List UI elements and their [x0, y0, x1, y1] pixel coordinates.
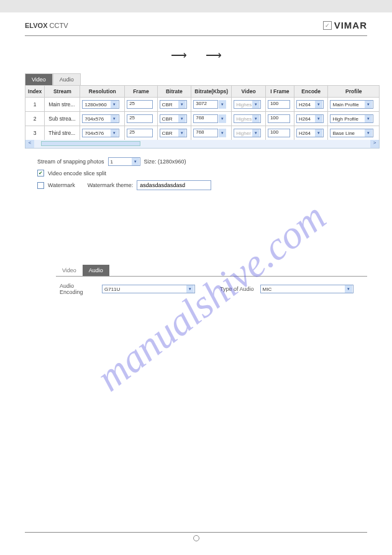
cell-select[interactable]: 704x576▾	[82, 114, 119, 123]
cell-input[interactable]: 25	[127, 129, 153, 137]
cell-input[interactable]: 100	[268, 114, 290, 123]
cell-input[interactable]: 768	[193, 129, 218, 137]
chevron-down-icon: ▾	[111, 129, 118, 137]
cell-select[interactable]: CBR▾	[160, 100, 187, 109]
chevron-down-icon[interactable]: ▾	[219, 129, 226, 137]
cell-select[interactable]: Main Profile▾	[330, 100, 373, 109]
cell-select[interactable]: H264▾	[296, 129, 324, 137]
watermark-theme-input[interactable]	[137, 180, 211, 190]
cell-res: 1280x960▾	[80, 98, 125, 112]
chevron-down-icon: ▾	[365, 115, 372, 122]
audio-encoding-select[interactable]: G711U ▾	[102, 285, 195, 293]
snap-row: Stream of snapping photos 1 ▾ Size: (128…	[37, 157, 377, 166]
cell-video: Highes▾	[232, 98, 266, 112]
cell-iframe: 100	[265, 126, 294, 140]
slice-row: Video encode slice split	[37, 170, 377, 177]
brand-name-right: VIMAR	[334, 20, 367, 30]
page-header: ELVOX CCTV ✓ VIMAR	[0, 12, 392, 35]
video-panel: Video Audio Index Stream Resolution Fram…	[25, 73, 380, 190]
cell-select[interactable]: CBR▾	[160, 129, 187, 137]
audio-type-select[interactable]: MIC ▾	[260, 285, 353, 293]
chevron-down-icon: ▾	[345, 285, 352, 293]
chevron-down-icon: ▾	[132, 158, 139, 165]
cell-input[interactable]: 25	[127, 114, 153, 123]
window-topbar	[0, 0, 392, 12]
cell-iframe: 100	[265, 98, 294, 112]
cell-select[interactable]: 704x576▾	[82, 129, 119, 137]
cell-input[interactable]: 100	[268, 129, 290, 137]
cell-profile: Base Line▾	[328, 126, 380, 140]
cell-bk: 768▾	[191, 126, 232, 140]
cell-res: 704x576▾	[80, 126, 125, 140]
chevron-down-icon: ▾	[178, 115, 186, 122]
cell-profile: High Profile▾	[328, 112, 380, 126]
cell-encode: H264▾	[294, 126, 328, 140]
chevron-down-icon: ▾	[315, 101, 322, 108]
tab-video[interactable]: Video	[25, 73, 53, 85]
col-profile: Profile	[328, 86, 380, 98]
cell-input[interactable]: 3072	[193, 100, 218, 109]
chevron-down-icon: ▾	[365, 101, 372, 108]
watermark-checkbox[interactable]	[37, 182, 44, 189]
chevron-down-icon: ▾	[315, 129, 322, 137]
cell-bitrate: CBR▾	[157, 112, 191, 126]
table-row: 1Main stre...1280x960▾25CBR▾3072▾Highes▾…	[25, 98, 380, 112]
table-row: 2Sub strea...704x576▾25CBR▾768▾Highes▾10…	[25, 112, 380, 126]
cell-input[interactable]: 100	[268, 100, 290, 109]
cell-select[interactable]: Base Line▾	[330, 129, 373, 137]
cell-input[interactable]: 25	[127, 100, 153, 109]
page-number-circle-icon	[193, 535, 199, 541]
chevron-down-icon: ▾	[186, 285, 194, 293]
table-row: 3Third stre...704x576▾25CBR▾768▾Higher▾1…	[25, 126, 380, 140]
tab-audio-2[interactable]: Audio	[83, 265, 109, 276]
cell-index: 1	[25, 98, 45, 112]
cell-select[interactable]: 1280x960▾	[82, 100, 119, 109]
options-block: Stream of snapping photos 1 ▾ Size: (128…	[37, 157, 377, 190]
cell-select[interactable]: CBR▾	[160, 114, 187, 123]
col-bitrate-kbps: Bitrate(Kbps)	[191, 86, 232, 98]
page-footer	[25, 532, 367, 543]
chevron-down-icon: ▾	[252, 115, 260, 122]
scroll-right-icon[interactable]: >	[370, 140, 379, 148]
header-right: ✓ VIMAR	[323, 20, 367, 30]
scroll-track[interactable]	[34, 140, 370, 148]
scroll-left-icon[interactable]: <	[25, 140, 34, 148]
tab-video-2[interactable]: Video	[56, 265, 83, 276]
scroll-thumb[interactable]	[41, 141, 140, 146]
chevron-down-icon: ▾	[252, 101, 260, 108]
watermark-label: Watermark	[48, 182, 75, 188]
chevron-down-icon: ▾	[178, 101, 186, 108]
cell-stream: Main stre...	[45, 98, 80, 112]
cell-select[interactable]: Highes▾	[234, 114, 261, 123]
cell-encode: H264▾	[294, 112, 328, 126]
arrow-right-icon: ⟶	[206, 48, 222, 62]
col-bitrate: Bitrate	[157, 86, 191, 98]
snap-select[interactable]: 1 ▾	[108, 157, 140, 166]
cell-bk: 3072▾	[191, 98, 232, 112]
cell-frame: 25	[125, 98, 157, 112]
cell-video: Highes▾	[232, 112, 266, 126]
chevron-down-icon[interactable]: ▾	[219, 114, 226, 123]
slice-checkbox[interactable]	[37, 170, 44, 177]
cell-index: 2	[25, 112, 45, 126]
cell-bitrate: CBR▾	[157, 126, 191, 140]
cell-select[interactable]: H264▾	[296, 100, 324, 109]
cell-stream: Sub strea...	[45, 112, 80, 126]
cell-select[interactable]: Higher▾	[234, 129, 261, 137]
brand-prefix: ELVOX	[25, 22, 47, 29]
chevron-down-icon[interactable]: ▾	[219, 100, 226, 109]
cell-select[interactable]: H264▾	[296, 114, 324, 123]
horizontal-scrollbar[interactable]: < >	[25, 140, 380, 149]
chevron-down-icon: ▾	[315, 115, 322, 122]
slice-label: Video encode slice split	[48, 170, 106, 177]
cell-select[interactable]: High Profile▾	[330, 114, 373, 123]
tab-audio[interactable]: Audio	[53, 73, 81, 85]
cell-input[interactable]: 768	[193, 114, 218, 123]
col-index: Index	[25, 86, 45, 98]
audio-tabs: Video Audio	[56, 265, 367, 277]
col-frame: Frame	[125, 86, 157, 98]
cell-select[interactable]: Highes▾	[234, 100, 261, 109]
header-divider	[25, 35, 367, 36]
arrow-right-icon: ⟶	[171, 48, 187, 62]
audio-type-value: MIC	[263, 287, 272, 292]
